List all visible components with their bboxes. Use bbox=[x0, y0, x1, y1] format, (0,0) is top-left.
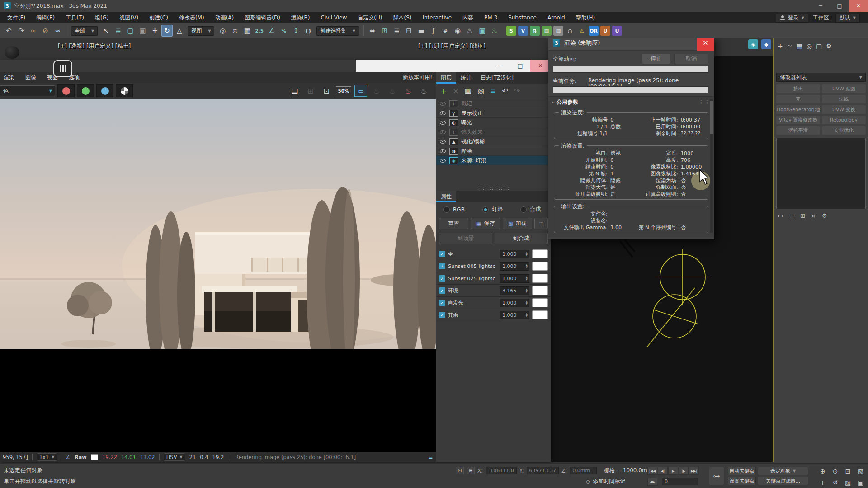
menu-item[interactable]: 内容 bbox=[457, 12, 479, 23]
save-button[interactable]: ▦保存 bbox=[471, 218, 500, 229]
auto-key-button[interactable]: 自动关键点 bbox=[728, 467, 756, 475]
go-to-end-button[interactable]: ▶▶| bbox=[689, 467, 699, 475]
select-and-move-button[interactable]: + bbox=[149, 25, 160, 37]
display-mode-radio[interactable]: 合成 bbox=[520, 206, 541, 213]
menu-item[interactable]: 创建(C) bbox=[144, 12, 174, 23]
layer-row[interactable]: ◉ 来源: 灯混 bbox=[436, 156, 551, 165]
pin-stack-button[interactable]: ⊶ bbox=[778, 212, 783, 219]
frame-toggle-button[interactable]: ▭ bbox=[354, 85, 367, 97]
vfb-minimize-button[interactable]: ─ bbox=[490, 60, 510, 72]
panel-splitter[interactable] bbox=[436, 186, 551, 191]
dialog-scrollbar[interactable] bbox=[710, 99, 713, 233]
schematic-view-button[interactable]: # bbox=[440, 25, 451, 37]
menu-item[interactable]: 动画(A) bbox=[210, 12, 240, 23]
named-selection-sets-button[interactable]: {} bbox=[302, 25, 314, 37]
menu-item[interactable]: 视图(V) bbox=[114, 12, 144, 23]
frame-spinner-button[interactable]: ◀▶ bbox=[647, 478, 657, 486]
lightmix-color-swatch[interactable] bbox=[532, 310, 548, 319]
dialog-close-button[interactable]: ✕ bbox=[697, 38, 714, 51]
angle-snap-button[interactable]: ∠ bbox=[266, 25, 277, 37]
render-last-button[interactable]: ♨ bbox=[402, 85, 415, 97]
lightmix-checkbox[interactable]: ✓ bbox=[439, 251, 445, 257]
unlink-selection-button[interactable]: ⊘ bbox=[40, 25, 51, 37]
vfb-titlebar[interactable]: ─ □ ✕ bbox=[356, 60, 551, 72]
select-and-rotate-button[interactable]: ↻ bbox=[161, 25, 173, 37]
layer-visibility-toggle[interactable] bbox=[439, 130, 446, 134]
z-coordinate-field[interactable]: 0.0mm bbox=[570, 467, 597, 474]
ring-icon[interactable]: ○ bbox=[565, 26, 575, 36]
isolate-selection-toggle[interactable]: ⊡ bbox=[456, 467, 464, 474]
channel-dropdown[interactable]: 色▼ bbox=[0, 85, 55, 96]
minimize-button[interactable]: ─ bbox=[811, 0, 830, 12]
maximize-viewport-button[interactable]: ▣ bbox=[854, 477, 867, 488]
configure-modifier-sets-button[interactable]: ⚙ bbox=[822, 212, 827, 219]
lightmix-color-swatch[interactable] bbox=[532, 274, 548, 283]
modifier-button[interactable]: FloorGenerator[地 bbox=[776, 105, 820, 114]
spinner-arrows-icon[interactable]: ▲▼ bbox=[526, 313, 528, 317]
modify-tab[interactable]: ≈ bbox=[787, 42, 793, 50]
vfb-panel-tab[interactable]: 日志[TZ汉化] bbox=[476, 72, 518, 84]
align-button[interactable]: ⊞ bbox=[379, 25, 390, 37]
modifier-stack[interactable] bbox=[776, 138, 866, 209]
u-orange-plugin-icon[interactable]: U bbox=[600, 26, 610, 36]
spinner-arrows-icon[interactable]: ▲▼ bbox=[526, 252, 528, 256]
menu-item[interactable]: 修改器(M) bbox=[174, 12, 210, 23]
viewport-label-perspective[interactable]: [+] [透视] [用户定义] [粘土] bbox=[58, 42, 131, 50]
field-of-view-button[interactable]: ▨ bbox=[842, 477, 854, 488]
window-crossing-button[interactable]: ▣ bbox=[137, 25, 148, 37]
use-pivot-center-button[interactable]: ◎ bbox=[217, 25, 228, 37]
layer-visibility-toggle[interactable] bbox=[439, 111, 446, 115]
modifier-button[interactable]: UVW 变换 bbox=[822, 105, 866, 114]
plugin-icon-blue[interactable]: ◆ bbox=[761, 39, 771, 49]
red-channel-button[interactable] bbox=[57, 84, 75, 97]
zoom-region-button[interactable]: ▧ bbox=[854, 466, 867, 477]
menu-item[interactable]: Interactive bbox=[417, 12, 457, 23]
render-button[interactable]: ♨ bbox=[418, 85, 430, 97]
current-frame-field[interactable]: 0 bbox=[662, 478, 698, 485]
menu-item[interactable]: 自定义(U) bbox=[352, 12, 387, 23]
menu-item[interactable]: 编辑(E) bbox=[31, 12, 60, 23]
menu-item[interactable]: Substance bbox=[503, 12, 542, 23]
snap-toggle-25d-button[interactable]: 2.5 bbox=[254, 25, 265, 37]
menu-item[interactable]: 脚本(S) bbox=[387, 12, 417, 23]
x-coordinate-field[interactable]: -106111.0 bbox=[486, 467, 516, 474]
render-preset-teapot-icon[interactable]: ♨ bbox=[370, 85, 383, 97]
play-button[interactable]: ▶ bbox=[668, 467, 678, 475]
properties-tab[interactable]: 属性 bbox=[436, 191, 456, 202]
layer-row[interactable]: ◐ 曝光 bbox=[436, 118, 551, 127]
hsv-dropdown[interactable]: HSV▼ bbox=[164, 453, 185, 461]
display-mode-radio[interactable]: RGB bbox=[443, 206, 465, 213]
alpha-channel-button[interactable] bbox=[116, 84, 133, 97]
render-teapot-icon[interactable]: ♨ bbox=[386, 85, 399, 97]
new-version-notice[interactable]: 新版本可用! bbox=[403, 74, 432, 81]
layer-visibility-toggle[interactable] bbox=[439, 159, 446, 163]
lightmix-value-input[interactable]: 1.000▲▼ bbox=[500, 274, 529, 283]
recycle-plugin-icon[interactable]: ⇅ bbox=[530, 26, 540, 36]
rendered-frame-window-button[interactable]: ▣ bbox=[476, 25, 488, 37]
modifier-button[interactable]: 涡轮平滑 bbox=[776, 126, 820, 135]
layer-visibility-toggle[interactable] bbox=[439, 140, 446, 144]
layer-explorer-button[interactable]: ⊟ bbox=[403, 25, 415, 37]
y-coordinate-field[interactable]: 639713.37 bbox=[527, 467, 559, 474]
selection-lock-toggle[interactable]: ⊕ bbox=[467, 467, 475, 474]
spinner-arrows-icon[interactable]: ▲▼ bbox=[526, 264, 528, 268]
lightmix-value-input[interactable]: 1.000▲▼ bbox=[500, 311, 529, 319]
cancel-button[interactable]: 取消 bbox=[674, 54, 708, 64]
select-by-name-button[interactable]: ≣ bbox=[113, 25, 124, 37]
menu-item[interactable]: 渲染(R) bbox=[286, 12, 316, 23]
zoom-button[interactable]: ⊕ bbox=[816, 466, 829, 477]
lightmix-color-swatch[interactable] bbox=[532, 286, 548, 295]
layer-row[interactable]: i 戳记 bbox=[436, 99, 551, 108]
create-tab[interactable]: + bbox=[778, 42, 783, 50]
go-to-start-button[interactable]: |◀◀ bbox=[647, 467, 657, 475]
load-button[interactable]: ▧加载 bbox=[503, 218, 532, 229]
key-filters-button[interactable]: 关键点过滤器... bbox=[758, 477, 808, 485]
zoom-extents-button[interactable]: ⊡ bbox=[842, 466, 854, 477]
modifier-list-dropdown[interactable]: 修改器列表 ▼ bbox=[776, 73, 866, 82]
vfb-panel-tab[interactable]: 图层 bbox=[436, 72, 456, 84]
rollout-header[interactable]: ▾ 公用参数 ⋮⋮ bbox=[548, 97, 714, 106]
qr-icon[interactable]: QR bbox=[589, 26, 599, 36]
save-image-button[interactable]: ▤ bbox=[288, 85, 301, 97]
to-scene-button[interactable]: 到场景 bbox=[439, 233, 492, 244]
set-key-button[interactable]: 设置关键点 bbox=[728, 477, 756, 485]
